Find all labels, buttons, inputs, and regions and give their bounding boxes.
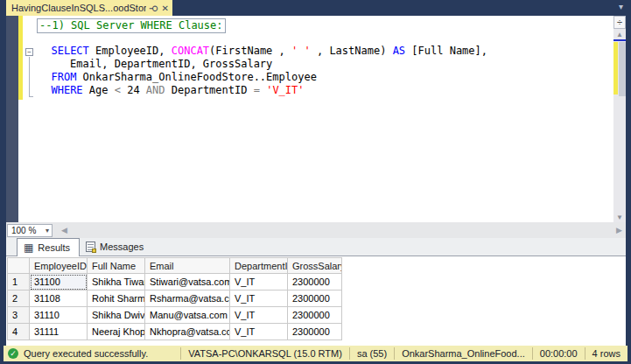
table-row: 331110Shikha DwivediManu@vatsa.comV_IT23… (7, 307, 342, 324)
code-fold-guide (29, 57, 33, 97)
grid-cell[interactable]: 2300000 (288, 290, 342, 307)
tab-messages[interactable]: Messages (80, 238, 152, 256)
grid-row-header[interactable]: 4 (7, 324, 30, 340)
code-line[interactable] (39, 32, 487, 45)
status-row-count: 4 rows (585, 347, 627, 360)
grid-cell[interactable]: 31111 (30, 324, 88, 340)
table-row: 231108Rohit SharmaRsharma@vatsa.comV_IT2… (7, 290, 342, 307)
status-server: VATSA-PC\ONKARSQL (15.0 RTM) (180, 347, 349, 360)
grid-row-header[interactable]: 2 (7, 290, 30, 307)
code-line[interactable]: --1) SQL Server WHERE Clause: (39, 18, 487, 32)
grid-cell[interactable]: Rsharma@vatsa.com (145, 290, 230, 307)
sql-editor[interactable]: − --1) SQL Server WHERE Clause: SELECT E… (6, 16, 626, 222)
tab-messages-label: Messages (100, 242, 144, 252)
grid-cell[interactable]: 2300000 (288, 324, 342, 340)
success-check-icon: ✓ (8, 348, 18, 359)
code-lines[interactable]: --1) SQL Server WHERE Clause: SELECT Emp… (39, 18, 487, 97)
zoom-level-value: 100 % (11, 226, 36, 235)
results-grid: EmployeeIDFull NameEmailDepartmentIDGros… (7, 257, 342, 340)
status-elapsed-time: 00:00:00 (532, 347, 585, 360)
grid-row-header[interactable]: 3 (7, 307, 30, 324)
document-tab-bar: HavingClauseInSQLS...oodStore (sa (55))*… (6, 0, 626, 16)
vertical-scroll-thumb[interactable] (619, 42, 626, 96)
messages-icon (86, 242, 95, 252)
grid-column-header[interactable]: Full Name (88, 257, 145, 274)
grid-cell[interactable]: 31110 (30, 307, 88, 324)
close-icon[interactable]: ✕ (162, 4, 169, 13)
tab-results-label: Results (38, 242, 70, 253)
document-tab-title: HavingClauseInSQLS...oodStore (sa (55))* (11, 3, 146, 13)
grid-column-header[interactable]: EmployeeID (30, 257, 88, 274)
code-fold-collapse-icon[interactable]: − (25, 48, 33, 56)
scroll-down-icon[interactable]: ▼ (613, 214, 626, 221)
scrollmap-change-marker (613, 42, 618, 94)
grid-cell[interactable]: V_IT (230, 307, 288, 324)
grid-cell[interactable]: 2300000 (288, 274, 342, 290)
grid-cell[interactable]: Manu@vatsa.com (145, 307, 230, 324)
status-user: sa (55) (349, 347, 394, 360)
results-tab-strip: ▦ Results Messages (6, 238, 626, 256)
grid-cell[interactable]: V_IT (230, 274, 288, 290)
pin-icon[interactable]: ⚲ (147, 4, 158, 11)
grid-cell[interactable]: 2300000 (288, 307, 342, 324)
code-line[interactable]: Email, DepartmentID, GrossSalary (39, 58, 487, 71)
code-line[interactable]: FROM OnkarSharma_OnlineFoodStore..Employ… (39, 71, 487, 84)
document-list-dropdown-icon[interactable]: ▾ (619, 2, 623, 11)
grid-cell[interactable]: V_IT (230, 290, 288, 307)
status-bar: ✓ Query executed successfully. VATSA-PC\… (4, 346, 627, 361)
grid-cell[interactable]: V_IT (230, 324, 288, 340)
chevron-down-icon: ▾ (46, 227, 52, 234)
editor-selection-margin (6, 16, 18, 222)
grid-row-header[interactable]: 1 (7, 274, 30, 290)
editor-splitter-handle-icon[interactable]: ÷ (613, 16, 626, 29)
zoom-level-dropdown[interactable]: 100 % ▾ (7, 224, 53, 237)
grid-column-header[interactable]: GrossSalary (288, 257, 342, 274)
scroll-up-icon[interactable]: ▲ (613, 31, 626, 38)
tab-results[interactable]: ▦ Results (17, 238, 80, 256)
results-pane: ▦ Results Messages EmployeeIDFull NameEm… (6, 238, 626, 346)
table-row: 131100Shikha TiwariStiwari@vatsa.comV_IT… (7, 274, 342, 290)
ssms-window: HavingClauseInSQLS...oodStore (sa (55))*… (0, 0, 631, 364)
grid-cell[interactable]: Stiwari@vatsa.com (145, 274, 230, 290)
status-message: Query executed successfully. (24, 348, 180, 359)
track-changes-bar (18, 16, 23, 100)
grid-cell[interactable]: 31108 (30, 290, 88, 307)
grid-cell[interactable]: Nkhopra@vatsa.com (145, 324, 230, 340)
code-line[interactable]: SELECT EmployeeID, CONCAT(FirstName , ' … (39, 45, 487, 58)
grid-cell[interactable]: Shikha Dwivedi (88, 307, 145, 324)
code-line[interactable]: WHERE Age < 24 AND DepartmentID = 'V_IT' (39, 84, 487, 97)
status-database[interactable]: OnkarSharma_OnlineFood... (394, 347, 532, 360)
grid-cell[interactable]: 31100 (30, 274, 88, 290)
grid-column-header[interactable]: DepartmentID (230, 257, 288, 274)
document-tab[interactable]: HavingClauseInSQLS...oodStore (sa (55))*… (6, 0, 172, 16)
editor-vertical-scrollbar[interactable]: ÷ ▲ ▼ (613, 16, 626, 222)
scrollmap-caret-marker (613, 39, 626, 41)
grid-corner-cell[interactable] (7, 257, 30, 274)
editor-bottom-bar: 100 % ▾ ◀ ▶ (6, 222, 626, 238)
results-grid-icon: ▦ (24, 242, 33, 253)
table-row: 431111Neeraj KhopraNkhopra@vatsa.comV_IT… (7, 324, 342, 340)
grid-cell[interactable]: Rohit Sharma (88, 290, 145, 307)
grid-header-row: EmployeeIDFull NameEmailDepartmentIDGros… (7, 257, 342, 274)
grid-cell[interactable]: Neeraj Khopra (88, 324, 145, 340)
grid-cell[interactable]: Shikha Tiwari (88, 274, 145, 290)
scroll-right-icon[interactable]: ▶ (616, 226, 622, 234)
scroll-left-icon[interactable]: ◀ (61, 226, 67, 234)
grid-column-header[interactable]: Email (145, 257, 230, 274)
